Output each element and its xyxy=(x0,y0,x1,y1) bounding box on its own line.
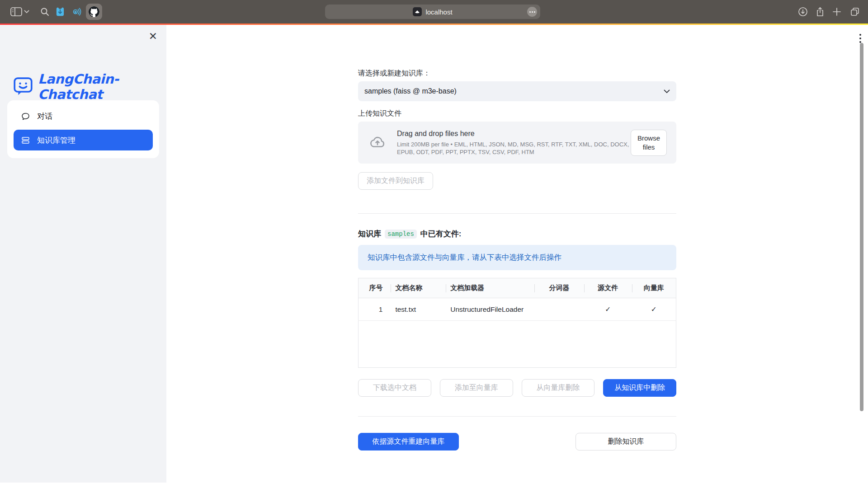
add-to-vector-store-button[interactable]: 添加至向量库 xyxy=(440,379,513,397)
kb-select-label: 请选择或新建知识库： xyxy=(358,69,676,78)
delete-from-kb-button[interactable]: 从知识库中删除 xyxy=(603,379,676,397)
site-favicon xyxy=(413,7,422,16)
delete-kb-button[interactable]: 删除知识库 xyxy=(576,433,676,450)
cell-loader: UnstructuredFileLoader xyxy=(446,298,534,321)
cloud-upload-icon xyxy=(368,132,387,153)
sidebar-toggle-icon[interactable] xyxy=(9,6,23,18)
info-alert-text: 知识库中包含源文件与向量库，请从下表中选择文件后操作 xyxy=(368,253,561,263)
chevron-down-icon[interactable] xyxy=(24,10,29,14)
col-header-source: 源文件 xyxy=(584,278,632,298)
file-action-buttons: 下载选中文档 添加至向量库 从向量库删除 从知识库中删除 xyxy=(358,379,676,397)
cell-source-check: ✓ xyxy=(584,298,632,321)
cell-filename: test.txt xyxy=(391,298,446,321)
github-icon[interactable] xyxy=(86,4,102,20)
col-header-loader: 文档加载器 xyxy=(446,278,534,298)
database-icon xyxy=(21,135,31,145)
sidebar-item-chat[interactable]: 对话 xyxy=(14,106,153,127)
col-header-splitter: 分词器 xyxy=(534,278,584,298)
download-icon[interactable] xyxy=(797,6,808,17)
divider xyxy=(358,416,676,417)
sidebar-item-kb-management[interactable]: 知识库管理 xyxy=(14,130,153,150)
logo-text: LangChain-Chatchat xyxy=(38,71,166,102)
col-header-filename: 文档名称 xyxy=(391,278,446,298)
sidebar-item-label: 知识库管理 xyxy=(37,135,75,145)
sidebar-item-label: 对话 xyxy=(37,111,52,122)
table-header-row: 序号 文档名称 文档加载器 分词器 源文件 向量库 xyxy=(359,278,676,298)
remove-from-vector-store-button[interactable]: 从向量库删除 xyxy=(522,379,595,397)
browse-files-button[interactable]: Browse files xyxy=(631,130,667,156)
upload-label: 上传知识文件 xyxy=(358,109,676,118)
share-icon[interactable] xyxy=(815,6,825,17)
table-row[interactable]: 1 test.txt UnstructuredFileLoader ✓ ✓ xyxy=(359,298,676,321)
kb-files-table[interactable]: 序号 文档名称 文档加载器 分词器 源文件 向量库 1 test.txt Uns… xyxy=(358,278,676,368)
address-bar[interactable]: localhost xyxy=(325,5,540,19)
browser-toolbar: localhost xyxy=(0,0,868,23)
logo-chat-icon xyxy=(13,75,33,98)
close-icon[interactable]: ✕ xyxy=(149,31,157,42)
existing-files-heading: 知识库 samples 中已有文件: xyxy=(358,229,676,239)
col-header-vector: 向量库 xyxy=(632,278,676,298)
kb-name-code: samples xyxy=(385,230,417,239)
cell-splitter xyxy=(534,298,584,321)
chat-bubble-icon xyxy=(21,111,31,121)
kb-action-buttons: 依据源文件重建向量库 删除知识库 xyxy=(358,433,676,450)
main-menu-kebab-icon[interactable] xyxy=(859,34,861,43)
nav-menu: 对话 知识库管理 xyxy=(7,100,159,158)
app-logo: LangChain-Chatchat xyxy=(13,71,166,102)
chevron-down-icon xyxy=(664,87,670,95)
file-dropzone[interactable]: Drag and drop files here Limit 200MB per… xyxy=(358,122,676,164)
cell-vector-check: ✓ xyxy=(632,298,676,321)
heading-suffix: 中已有文件: xyxy=(420,229,462,239)
address-url: localhost xyxy=(425,8,452,16)
sidebar: ✕ LangChain-Chatchat 对 xyxy=(0,25,166,483)
new-tab-icon[interactable] xyxy=(832,7,842,17)
tabs-overview-icon[interactable] xyxy=(849,6,860,17)
page-scrollbar[interactable] xyxy=(860,43,863,411)
divider xyxy=(358,213,676,214)
col-header-index: 序号 xyxy=(359,278,391,298)
kb-select-value: samples (faiss @ m3e-base) xyxy=(364,87,457,95)
info-alert: 知识库中包含源文件与向量库，请从下表中选择文件后操作 xyxy=(358,245,676,270)
rebuild-vector-store-button[interactable]: 依据源文件重建向量库 xyxy=(358,433,459,450)
extension-circles-icon[interactable] xyxy=(70,6,82,18)
heading-prefix: 知识库 xyxy=(358,229,381,239)
address-more-icon[interactable] xyxy=(527,7,537,17)
dropzone-limit: Limit 200MB per file • EML, HTML, JSON, … xyxy=(397,141,630,156)
dropzone-title: Drag and drop files here xyxy=(397,130,631,138)
page: ✕ LangChain-Chatchat 对 xyxy=(0,25,868,488)
main-content: 请选择或新建知识库： samples (faiss @ m3e-base) 上传… xyxy=(166,25,868,488)
download-selected-button[interactable]: 下载选中文档 xyxy=(358,379,431,397)
kb-select[interactable]: samples (faiss @ m3e-base) xyxy=(358,81,676,101)
extension-cat-icon[interactable] xyxy=(54,6,66,18)
cell-index: 1 xyxy=(359,298,391,321)
table-empty-area xyxy=(359,321,676,368)
add-files-to-kb-button[interactable]: 添加文件到知识库 xyxy=(358,172,433,190)
search-icon[interactable] xyxy=(40,7,50,17)
